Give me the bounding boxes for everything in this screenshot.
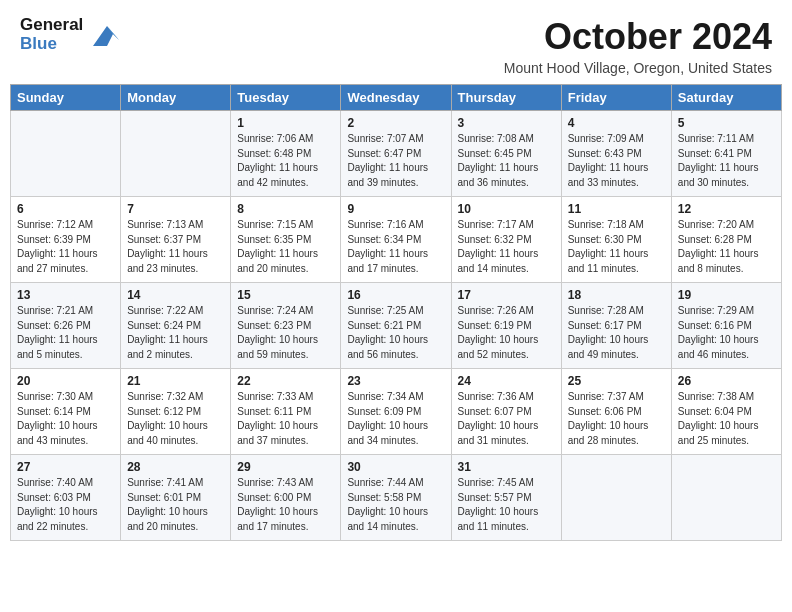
calendar-day-header: Tuesday (231, 85, 341, 111)
day-info: Sunrise: 7:09 AMSunset: 6:43 PMDaylight:… (568, 132, 665, 190)
day-info: Sunrise: 7:13 AMSunset: 6:37 PMDaylight:… (127, 218, 224, 276)
calendar-cell: 21Sunrise: 7:32 AMSunset: 6:12 PMDayligh… (121, 369, 231, 455)
day-number: 12 (678, 202, 775, 216)
calendar-cell: 9Sunrise: 7:16 AMSunset: 6:34 PMDaylight… (341, 197, 451, 283)
day-info: Sunrise: 7:45 AMSunset: 5:57 PMDaylight:… (458, 476, 555, 534)
day-info: Sunrise: 7:18 AMSunset: 6:30 PMDaylight:… (568, 218, 665, 276)
calendar-day-header: Friday (561, 85, 671, 111)
day-info: Sunrise: 7:11 AMSunset: 6:41 PMDaylight:… (678, 132, 775, 190)
calendar-cell: 10Sunrise: 7:17 AMSunset: 6:32 PMDayligh… (451, 197, 561, 283)
day-number: 16 (347, 288, 444, 302)
calendar-cell: 23Sunrise: 7:34 AMSunset: 6:09 PMDayligh… (341, 369, 451, 455)
calendar-cell: 29Sunrise: 7:43 AMSunset: 6:00 PMDayligh… (231, 455, 341, 541)
calendar-day-header: Saturday (671, 85, 781, 111)
calendar-cell (11, 111, 121, 197)
calendar-cell: 6Sunrise: 7:12 AMSunset: 6:39 PMDaylight… (11, 197, 121, 283)
day-info: Sunrise: 7:25 AMSunset: 6:21 PMDaylight:… (347, 304, 444, 362)
calendar-cell: 25Sunrise: 7:37 AMSunset: 6:06 PMDayligh… (561, 369, 671, 455)
day-number: 20 (17, 374, 114, 388)
day-number: 25 (568, 374, 665, 388)
day-number: 31 (458, 460, 555, 474)
day-info: Sunrise: 7:29 AMSunset: 6:16 PMDaylight:… (678, 304, 775, 362)
calendar-cell: 5Sunrise: 7:11 AMSunset: 6:41 PMDaylight… (671, 111, 781, 197)
month-title: October 2024 (504, 16, 772, 58)
day-number: 1 (237, 116, 334, 130)
day-number: 28 (127, 460, 224, 474)
calendar-cell: 30Sunrise: 7:44 AMSunset: 5:58 PMDayligh… (341, 455, 451, 541)
calendar-week-row: 13Sunrise: 7:21 AMSunset: 6:26 PMDayligh… (11, 283, 782, 369)
day-number: 24 (458, 374, 555, 388)
day-number: 19 (678, 288, 775, 302)
day-info: Sunrise: 7:26 AMSunset: 6:19 PMDaylight:… (458, 304, 555, 362)
day-info: Sunrise: 7:40 AMSunset: 6:03 PMDaylight:… (17, 476, 114, 534)
day-info: Sunrise: 7:16 AMSunset: 6:34 PMDaylight:… (347, 218, 444, 276)
calendar-cell: 27Sunrise: 7:40 AMSunset: 6:03 PMDayligh… (11, 455, 121, 541)
day-number: 23 (347, 374, 444, 388)
calendar-cell: 8Sunrise: 7:15 AMSunset: 6:35 PMDaylight… (231, 197, 341, 283)
day-number: 6 (17, 202, 114, 216)
day-info: Sunrise: 7:24 AMSunset: 6:23 PMDaylight:… (237, 304, 334, 362)
day-number: 2 (347, 116, 444, 130)
day-info: Sunrise: 7:37 AMSunset: 6:06 PMDaylight:… (568, 390, 665, 448)
logo: General Blue (20, 16, 119, 53)
day-number: 10 (458, 202, 555, 216)
day-info: Sunrise: 7:12 AMSunset: 6:39 PMDaylight:… (17, 218, 114, 276)
calendar-cell: 2Sunrise: 7:07 AMSunset: 6:47 PMDaylight… (341, 111, 451, 197)
logo-general-text: General (20, 16, 83, 35)
logo-icon (87, 22, 119, 50)
day-info: Sunrise: 7:08 AMSunset: 6:45 PMDaylight:… (458, 132, 555, 190)
day-info: Sunrise: 7:44 AMSunset: 5:58 PMDaylight:… (347, 476, 444, 534)
day-number: 30 (347, 460, 444, 474)
day-info: Sunrise: 7:34 AMSunset: 6:09 PMDaylight:… (347, 390, 444, 448)
calendar-header-row: SundayMondayTuesdayWednesdayThursdayFrid… (11, 85, 782, 111)
day-number: 8 (237, 202, 334, 216)
day-info: Sunrise: 7:43 AMSunset: 6:00 PMDaylight:… (237, 476, 334, 534)
calendar-cell: 26Sunrise: 7:38 AMSunset: 6:04 PMDayligh… (671, 369, 781, 455)
day-number: 26 (678, 374, 775, 388)
day-info: Sunrise: 7:30 AMSunset: 6:14 PMDaylight:… (17, 390, 114, 448)
calendar-cell: 12Sunrise: 7:20 AMSunset: 6:28 PMDayligh… (671, 197, 781, 283)
day-info: Sunrise: 7:06 AMSunset: 6:48 PMDaylight:… (237, 132, 334, 190)
calendar-cell (561, 455, 671, 541)
calendar-cell: 13Sunrise: 7:21 AMSunset: 6:26 PMDayligh… (11, 283, 121, 369)
title-section: October 2024 Mount Hood Village, Oregon,… (504, 16, 772, 76)
day-number: 17 (458, 288, 555, 302)
calendar-cell: 11Sunrise: 7:18 AMSunset: 6:30 PMDayligh… (561, 197, 671, 283)
day-info: Sunrise: 7:15 AMSunset: 6:35 PMDaylight:… (237, 218, 334, 276)
day-number: 18 (568, 288, 665, 302)
logo-blue-text: Blue (20, 35, 83, 54)
day-number: 4 (568, 116, 665, 130)
calendar-cell: 28Sunrise: 7:41 AMSunset: 6:01 PMDayligh… (121, 455, 231, 541)
calendar-cell: 20Sunrise: 7:30 AMSunset: 6:14 PMDayligh… (11, 369, 121, 455)
day-number: 13 (17, 288, 114, 302)
day-number: 21 (127, 374, 224, 388)
calendar-cell: 7Sunrise: 7:13 AMSunset: 6:37 PMDaylight… (121, 197, 231, 283)
day-info: Sunrise: 7:32 AMSunset: 6:12 PMDaylight:… (127, 390, 224, 448)
calendar-cell: 19Sunrise: 7:29 AMSunset: 6:16 PMDayligh… (671, 283, 781, 369)
day-number: 7 (127, 202, 224, 216)
day-info: Sunrise: 7:20 AMSunset: 6:28 PMDaylight:… (678, 218, 775, 276)
day-number: 5 (678, 116, 775, 130)
day-info: Sunrise: 7:33 AMSunset: 6:11 PMDaylight:… (237, 390, 334, 448)
day-number: 15 (237, 288, 334, 302)
calendar-cell: 17Sunrise: 7:26 AMSunset: 6:19 PMDayligh… (451, 283, 561, 369)
day-info: Sunrise: 7:17 AMSunset: 6:32 PMDaylight:… (458, 218, 555, 276)
day-number: 11 (568, 202, 665, 216)
calendar-cell: 3Sunrise: 7:08 AMSunset: 6:45 PMDaylight… (451, 111, 561, 197)
day-info: Sunrise: 7:07 AMSunset: 6:47 PMDaylight:… (347, 132, 444, 190)
day-info: Sunrise: 7:28 AMSunset: 6:17 PMDaylight:… (568, 304, 665, 362)
day-number: 27 (17, 460, 114, 474)
day-info: Sunrise: 7:22 AMSunset: 6:24 PMDaylight:… (127, 304, 224, 362)
calendar-cell: 14Sunrise: 7:22 AMSunset: 6:24 PMDayligh… (121, 283, 231, 369)
day-info: Sunrise: 7:36 AMSunset: 6:07 PMDaylight:… (458, 390, 555, 448)
calendar-cell: 31Sunrise: 7:45 AMSunset: 5:57 PMDayligh… (451, 455, 561, 541)
page-header: General Blue October 2024 Mount Hood Vil… (0, 0, 792, 84)
calendar-cell: 15Sunrise: 7:24 AMSunset: 6:23 PMDayligh… (231, 283, 341, 369)
calendar-week-row: 20Sunrise: 7:30 AMSunset: 6:14 PMDayligh… (11, 369, 782, 455)
day-info: Sunrise: 7:21 AMSunset: 6:26 PMDaylight:… (17, 304, 114, 362)
calendar-day-header: Sunday (11, 85, 121, 111)
calendar-cell: 4Sunrise: 7:09 AMSunset: 6:43 PMDaylight… (561, 111, 671, 197)
calendar-day-header: Monday (121, 85, 231, 111)
day-number: 29 (237, 460, 334, 474)
calendar-cell: 1Sunrise: 7:06 AMSunset: 6:48 PMDaylight… (231, 111, 341, 197)
